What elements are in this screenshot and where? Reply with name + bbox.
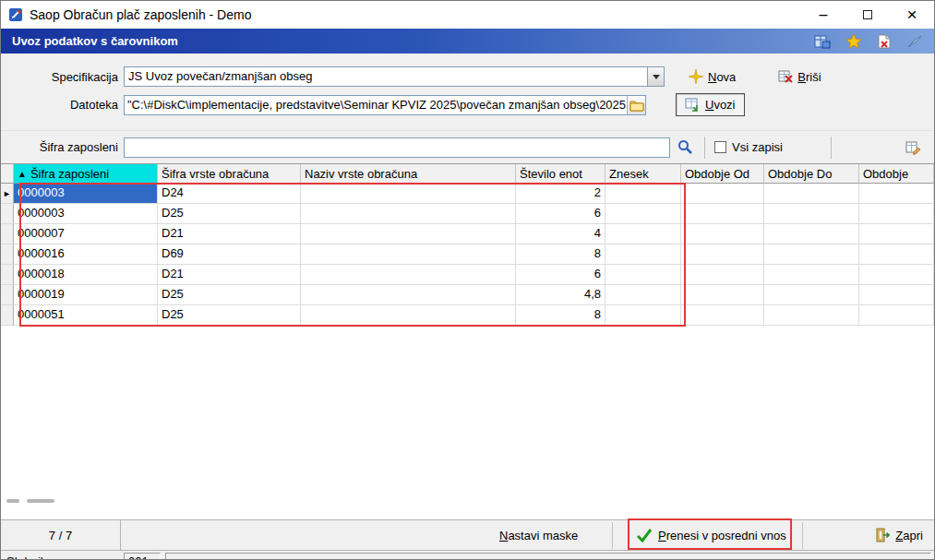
nova-button[interactable]: Nova [689, 69, 736, 84]
edit-columns-button[interactable] [905, 140, 921, 155]
column-header-obdobje-od[interactable]: Obdobje Od [681, 164, 764, 184]
cell-vrsta[interactable]: D24 [158, 184, 301, 204]
filter-input[interactable] [124, 137, 670, 158]
specifikacija-value[interactable]: JS Uvoz povečan/zmanjšan obseg [125, 67, 647, 86]
cell-znesek[interactable] [605, 265, 681, 285]
cell-do[interactable] [764, 184, 859, 204]
cell-znesek[interactable] [605, 184, 681, 204]
datoteka-field[interactable]: "C:\#DiskC\implementacije, predstavitve\… [124, 95, 646, 115]
saved-lists-icon[interactable] [814, 34, 831, 49]
nastavi-maske-button[interactable]: Nastavi maske [499, 520, 578, 550]
cell-ob[interactable] [859, 224, 934, 244]
cell-od[interactable] [681, 285, 764, 305]
cell-vrsta[interactable]: D25 [158, 204, 301, 224]
cell-naziv[interactable] [301, 265, 516, 285]
wizard-quill-icon[interactable] [906, 34, 923, 49]
table-row[interactable]: 0000003 D25 6 [1, 204, 934, 224]
cell-do[interactable] [764, 224, 859, 244]
cell-naziv[interactable] [301, 204, 516, 224]
cell-naziv[interactable] [301, 184, 516, 204]
cell-naziv[interactable] [301, 224, 516, 244]
datoteka-value[interactable]: "C:\#DiskC\implementacije, predstavitve\… [125, 98, 627, 112]
table-row[interactable]: 0000007 D21 4 [1, 224, 934, 244]
cell-od[interactable] [681, 244, 764, 265]
cell-sifra[interactable]: 0000003 [14, 184, 158, 204]
cell-ob[interactable] [859, 285, 934, 305]
vsi-zapisi-checkbox[interactable] [714, 141, 726, 153]
cell-enot[interactable]: 8 [516, 305, 605, 326]
table-row[interactable]: 0000051 D25 8 [1, 305, 934, 326]
cell-ob[interactable] [859, 265, 934, 285]
cell-znesek[interactable] [605, 285, 681, 305]
cell-od[interactable] [681, 204, 764, 224]
cell-ob[interactable] [859, 184, 934, 204]
cell-enot[interactable]: 4 [516, 224, 605, 244]
column-header-stevilo-enot[interactable]: Število enot [516, 164, 605, 184]
cell-znesek[interactable] [605, 244, 681, 265]
zapri-button[interactable]: Zapri [875, 520, 923, 550]
cell-sifra[interactable]: 0000003 [14, 204, 158, 224]
horizontal-scrollbar[interactable] [6, 499, 54, 503]
nastavi-maske-label: Nastavi maske [499, 529, 578, 542]
cell-znesek[interactable] [605, 224, 681, 244]
cell-vrsta[interactable]: D25 [158, 305, 301, 326]
browse-file-button[interactable] [627, 96, 645, 114]
cell-enot[interactable]: 6 [516, 265, 605, 285]
cell-sifra[interactable]: 0000016 [14, 244, 158, 265]
brisi-button[interactable]: Briši [778, 69, 821, 84]
column-header-obdobje[interactable]: Obdobje [859, 164, 934, 184]
export-document-icon[interactable] [877, 34, 892, 49]
cell-enot[interactable]: 8 [516, 244, 605, 265]
cell-sifra[interactable]: 0000007 [14, 224, 158, 244]
column-header-sifra-zaposleni[interactable]: ▲ Šifra zaposleni [14, 164, 158, 184]
table-row[interactable]: 0000016 D69 8 [1, 244, 934, 265]
minimize-button[interactable]: – [801, 1, 845, 29]
cell-od[interactable] [681, 224, 764, 244]
cell-sifra[interactable]: 0000019 [14, 285, 158, 305]
cell-do[interactable] [764, 204, 859, 224]
table-row[interactable]: ► 0000003 D24 2 [1, 184, 934, 204]
cell-znesek[interactable] [605, 305, 681, 326]
cell-vrsta[interactable]: D25 [158, 285, 301, 305]
cell-ob[interactable] [859, 204, 934, 224]
favorites-star-icon[interactable] [845, 33, 862, 49]
status-bar: Skrbnik 001 [1, 550, 934, 560]
cell-do[interactable] [764, 285, 859, 305]
cell-do[interactable] [764, 244, 859, 265]
table-row[interactable]: 0000019 D25 4,8 [1, 285, 934, 305]
specifikacija-combobox[interactable]: JS Uvoz povečan/zmanjšan obseg [124, 66, 665, 87]
uvozi-button[interactable]: Uvozi [676, 93, 745, 116]
cell-sifra[interactable]: 0000051 [14, 305, 158, 326]
maximize-button[interactable] [845, 1, 890, 29]
column-header-naziv-vrste[interactable]: Naziv vrste obračuna [301, 164, 516, 184]
table-row[interactable]: 0000018 D21 6 [1, 265, 934, 285]
row-selector [1, 204, 14, 224]
cell-vrsta[interactable]: D69 [158, 244, 301, 265]
column-header-sifra-vrste[interactable]: Šifra vrste obračuna [158, 164, 301, 184]
cell-ob[interactable] [859, 305, 934, 326]
scrollbar-thumb[interactable] [27, 499, 54, 503]
specifikacija-dropdown-button[interactable] [647, 67, 664, 86]
row-selector [1, 224, 14, 244]
cell-sifra[interactable]: 0000018 [14, 265, 158, 285]
cell-do[interactable] [764, 265, 859, 285]
cell-naziv[interactable] [301, 244, 516, 265]
cell-enot[interactable]: 4,8 [516, 285, 605, 305]
cell-enot[interactable]: 6 [516, 204, 605, 224]
cell-do[interactable] [764, 305, 859, 326]
search-button[interactable] [673, 137, 697, 158]
cell-naziv[interactable] [301, 285, 516, 305]
cell-od[interactable] [681, 184, 764, 204]
prenesi-v-posredni-vnos-button[interactable]: Prenesi v posredni vnos [636, 520, 786, 550]
cell-vrsta[interactable]: D21 [158, 224, 301, 244]
cell-znesek[interactable] [605, 204, 681, 224]
cell-enot[interactable]: 2 [516, 184, 605, 204]
column-header-obdobje-do[interactable]: Obdobje Do [764, 164, 859, 184]
cell-od[interactable] [681, 305, 764, 326]
cell-naziv[interactable] [301, 305, 516, 326]
cell-vrsta[interactable]: D21 [158, 265, 301, 285]
close-button[interactable]: × [890, 1, 934, 29]
cell-od[interactable] [681, 265, 764, 285]
column-header-znesek[interactable]: Znesek [605, 164, 681, 184]
cell-ob[interactable] [859, 244, 934, 265]
